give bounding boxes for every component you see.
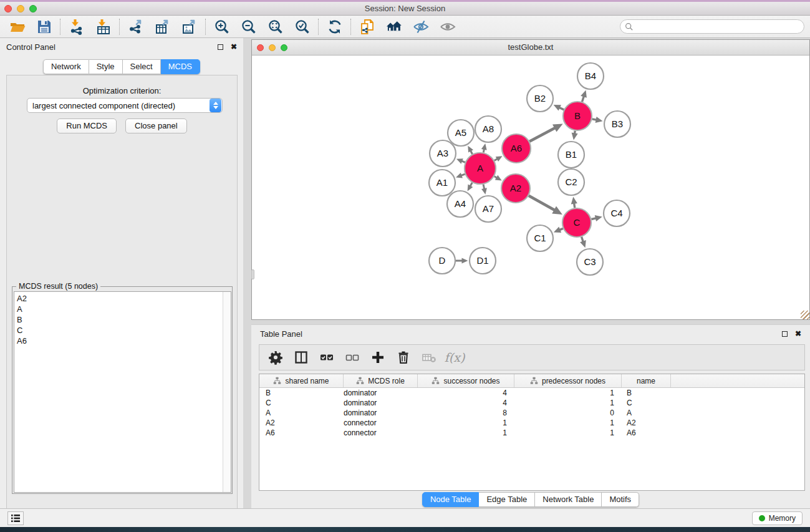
run-mcds-button[interactable]: Run MCDS xyxy=(57,118,117,133)
import-table-icon[interactable] xyxy=(95,18,112,35)
column-header-successor-nodes[interactable]: successor nodes xyxy=(418,374,514,387)
graph-edge-B-B4[interactable] xyxy=(582,97,584,102)
zoom-in-icon[interactable] xyxy=(213,18,230,35)
graph-edge-A-A4[interactable] xyxy=(470,183,472,186)
table-cell[interactable]: C xyxy=(622,398,671,408)
table-cell[interactable]: A xyxy=(622,408,671,418)
zoom-out-icon[interactable] xyxy=(240,18,257,35)
tab-network-table[interactable]: Network Table xyxy=(535,492,602,507)
mcds-result-item[interactable]: A2 xyxy=(14,293,223,304)
graph-edge-A6-B[interactable] xyxy=(529,128,555,142)
tab-motifs[interactable]: Motifs xyxy=(602,492,639,507)
table-close-panel-icon[interactable]: ✖ xyxy=(795,329,801,338)
graph-node-A3[interactable]: A3 xyxy=(430,140,456,167)
table-cell[interactable]: 4 xyxy=(418,398,514,408)
graph-edge-C-C3[interactable] xyxy=(582,237,584,242)
first-neighbors-icon[interactable] xyxy=(385,18,402,35)
table-cell[interactable]: A xyxy=(259,408,344,418)
graph-edge-A-A2[interactable] xyxy=(494,177,497,178)
network-window-titlebar[interactable]: testGlobe.txt xyxy=(252,40,809,56)
table-cell[interactable]: C xyxy=(259,398,344,408)
graph-node-B2[interactable]: B2 xyxy=(527,85,553,112)
zoom-fit-icon[interactable] xyxy=(267,18,284,35)
graph-edge-B-B1[interactable] xyxy=(575,131,576,134)
table-cell[interactable]: 1 xyxy=(514,418,622,428)
table-row[interactable]: A6connector11A6 xyxy=(259,428,804,438)
graph-node-A2[interactable]: A2 xyxy=(501,174,530,203)
table-cell[interactable]: 1 xyxy=(418,428,514,438)
window-resize-grip[interactable] xyxy=(801,311,809,319)
graph-node-C4[interactable]: C4 xyxy=(604,200,630,226)
graph-node-A1[interactable]: A1 xyxy=(429,170,455,196)
export-network-icon[interactable] xyxy=(127,18,144,35)
table-float-panel-icon[interactable] xyxy=(782,331,788,337)
table-cell[interactable]: 1 xyxy=(514,428,622,438)
tab-node-table[interactable]: Node Table xyxy=(422,492,480,507)
mcds-result-item[interactable]: A6 xyxy=(14,336,223,346)
graph-edge-A-A5[interactable] xyxy=(471,151,473,154)
column-header-shared-name[interactable]: shared name xyxy=(259,374,344,387)
table-cell[interactable]: 8 xyxy=(418,408,514,418)
table-cell[interactable]: A2 xyxy=(622,418,671,428)
table-cell[interactable]: A2 xyxy=(259,418,344,428)
table-cell[interactable]: 1 xyxy=(514,398,622,408)
task-history-button[interactable] xyxy=(7,511,24,525)
column-header-mcds-role[interactable]: MCDS role xyxy=(344,374,418,387)
table-cell[interactable]: 1 xyxy=(418,418,514,428)
duplicate-network-icon[interactable] xyxy=(359,18,375,35)
mcds-result-item[interactable]: A xyxy=(14,304,223,314)
graph-edge-B-B3[interactable] xyxy=(592,119,597,120)
table-row[interactable]: Cdominator41C xyxy=(259,398,804,408)
float-panel-icon[interactable] xyxy=(218,44,223,50)
memory-button[interactable]: Memory xyxy=(752,511,803,525)
graph-node-B3[interactable]: B3 xyxy=(604,111,630,137)
result-list-scrollbar[interactable] xyxy=(223,292,231,492)
table-cell[interactable]: A6 xyxy=(622,428,671,438)
graph-edge-C-C2[interactable] xyxy=(574,203,575,208)
table-row[interactable]: Bdominator41B xyxy=(259,388,804,398)
table-cell[interactable]: connector xyxy=(344,418,418,428)
table-row[interactable]: Adominator80A xyxy=(259,408,804,418)
graph-edge-A-A8[interactable] xyxy=(483,149,484,152)
hide-selected-icon[interactable] xyxy=(412,18,429,35)
import-network-icon[interactable] xyxy=(68,18,85,35)
network-canvas[interactable]: AA6A2BCA1A3A4A5A7A8B1B2B3B4C1C2C3C4DD1 xyxy=(252,56,809,319)
graph-node-D1[interactable]: D1 xyxy=(470,248,496,274)
refresh-icon[interactable] xyxy=(326,18,343,35)
open-file-icon[interactable] xyxy=(9,18,26,35)
tab-select[interactable]: Select xyxy=(123,59,161,74)
export-table-icon[interactable] xyxy=(154,18,171,35)
graph-edge-A-A3[interactable] xyxy=(462,161,465,162)
optimization-criterion-dropdown[interactable]: largest connected component (directed) xyxy=(27,98,223,113)
close-panel-button[interactable]: Close panel xyxy=(125,118,187,133)
graph-edge-A-A1[interactable] xyxy=(461,174,465,175)
delete-row-icon[interactable] xyxy=(395,349,412,366)
column-layout-icon[interactable] xyxy=(292,349,310,366)
graph-edge-A-A6[interactable] xyxy=(494,159,498,161)
graph-node-A8[interactable]: A8 xyxy=(475,116,501,142)
column-header-predecessor-nodes[interactable]: predecessor nodes xyxy=(514,374,622,387)
graph-node-C3[interactable]: C3 xyxy=(577,249,603,275)
tab-network[interactable]: Network xyxy=(43,59,89,74)
graph-node-B[interactable]: B xyxy=(563,102,592,130)
graph-node-A[interactable]: A xyxy=(465,153,496,184)
search-input[interactable] xyxy=(634,22,804,31)
close-panel-icon[interactable]: ✖ xyxy=(231,42,237,51)
save-session-icon[interactable] xyxy=(36,18,52,35)
table-cell[interactable]: dominator xyxy=(344,408,418,418)
pane-divider-handle[interactable] xyxy=(251,269,254,279)
graph-edge-A-A7[interactable] xyxy=(483,185,485,189)
graph-edge-C-C1[interactable] xyxy=(560,228,563,230)
column-header-name[interactable]: name xyxy=(622,374,671,387)
table-cell[interactable]: B xyxy=(622,388,671,398)
graph-node-A6[interactable]: A6 xyxy=(502,134,531,163)
table-cell[interactable]: dominator xyxy=(344,388,418,398)
mcds-result-item[interactable]: C xyxy=(14,325,223,336)
show-hidden-icon[interactable] xyxy=(439,18,456,35)
tab-mcds[interactable]: MCDS xyxy=(161,59,200,74)
search-field[interactable] xyxy=(620,19,804,34)
table-cell[interactable]: 0 xyxy=(514,408,622,418)
tab-style[interactable]: Style xyxy=(89,59,123,74)
graph-edge-A2-C[interactable] xyxy=(529,196,555,210)
table-cell[interactable]: A6 xyxy=(259,428,344,438)
